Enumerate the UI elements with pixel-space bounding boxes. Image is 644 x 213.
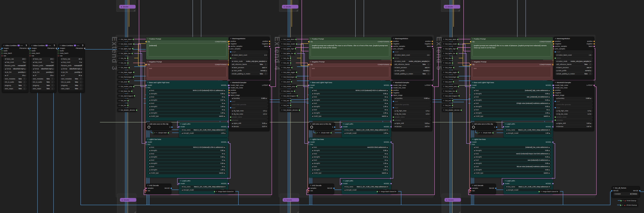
decrement-arrow-icon[interactable]: ◀ <box>312 96 313 98</box>
input-port-dot[interactable] <box>503 126 504 127</box>
node-menu-icon[interactable]: ≡ <box>119 76 120 78</box>
widget-filename_prefix[interactable]: filename_prefixAnimateDiff <box>4 64 27 67</box>
decrement-arrow-icon[interactable]: ◀ <box>232 54 233 56</box>
node-menu-icon[interactable]: ≡ <box>443 67 444 68</box>
lora-widget-lora3[interactable]: ◀lora3wan-[redacted]-v3.safetensors▶ <box>472 159 551 161</box>
output-port-dot[interactable] <box>296 77 297 78</box>
node-menu-icon[interactable]: ≡ <box>119 100 120 102</box>
decrement-arrow-icon[interactable]: ◀ <box>232 123 233 124</box>
increment-arrow-icon[interactable]: ▶ <box>25 68 26 70</box>
widget-sigma_shift[interactable]: ◀sigma_shift5.00▶ <box>393 122 431 125</box>
load-lora-high-node[interactable]: ≡Load LoRAmodelMODEL◀lora_nameWan2.2_I2V… <box>179 122 228 138</box>
input-port-dot[interactable] <box>391 46 392 47</box>
widget-format[interactable]: ◀formatvideo/h264-mp4▶ <box>4 67 27 70</box>
widget-latent_precision[interactable]: ◀latent_precisionauto▶ <box>555 66 592 69</box>
node-menu-icon[interactable]: ≡ <box>443 81 444 83</box>
node-menu-icon[interactable]: ≡ <box>555 82 556 83</box>
decrement-arrow-icon[interactable]: ◀ <box>312 172 313 174</box>
converted-input-dot[interactable] <box>554 107 556 108</box>
input-port-dot[interactable] <box>30 50 31 52</box>
getter-node-get_lightx_high[interactable]: ≡Get_lightx_high <box>442 47 457 51</box>
input-port-dot[interactable] <box>611 190 612 191</box>
output-port-dot[interactable] <box>294 53 296 54</box>
output-port-dot[interactable] <box>594 46 595 47</box>
getter-node-get_hx2[interactable]: ≡Get_hx2 <box>442 103 452 107</box>
lora-widget-lora1[interactable]: ◀lora1[redacted]_low_noise.safetensors▶ <box>472 146 551 149</box>
node-menu-icon[interactable]: ≡ <box>505 180 506 182</box>
decrement-arrow-icon[interactable]: ◀ <box>149 100 150 101</box>
high-loras-node[interactable]: ≡Base and LightX high lorasmodelMODELlor… <box>146 81 228 121</box>
increment-arrow-icon[interactable]: ▶ <box>428 98 430 99</box>
node-menu-icon[interactable]: ≡ <box>472 82 473 83</box>
getter-node-get_frames2gen[interactable]: ≡Get_frames2gen <box>280 75 296 79</box>
output-port-dot[interactable] <box>84 48 85 49</box>
increment-arrow-icon[interactable]: ▶ <box>590 126 591 127</box>
decrement-arrow-icon[interactable]: ◀ <box>394 126 396 127</box>
widget-sigma_shift[interactable]: ◀sigma_shift5.00▶ <box>230 122 268 125</box>
node-menu-icon[interactable]: ≡ <box>282 62 282 64</box>
positive-prompt-node[interactable]: ≡Positive PromptclipCONDITIONING[redacte… <box>146 37 228 60</box>
decrement-arrow-icon[interactable]: ◀ <box>149 150 150 151</box>
decrement-arrow-icon[interactable]: ◀ <box>149 103 150 104</box>
input-port-dot[interactable] <box>58 48 59 49</box>
lora-widget-strength2[interactable]: ◀strength20.98▶ <box>148 155 226 158</box>
getter-node-get_base_low[interactable]: ≡Get_base_low <box>442 89 456 93</box>
increment-arrow-icon[interactable]: ▶ <box>266 54 267 56</box>
lora-widget-lora2[interactable]: ◀lora2no▶ <box>148 152 226 155</box>
lora-widget-strength3[interactable]: ◀strength30.65▶ <box>472 162 551 165</box>
widget-vram_profile[interactable]: ◀vram_profilenormal▶ <box>555 69 592 72</box>
decrement-arrow-icon[interactable]: ◀ <box>61 68 62 70</box>
output-port-dot[interactable] <box>496 126 497 128</box>
lora-input-dot[interactable] <box>146 144 147 145</box>
getter-node-get_vae[interactable]: ≡Get_vae <box>280 61 291 65</box>
node-menu-icon[interactable]: ≡ <box>282 38 282 40</box>
increment-arrow-icon[interactable]: ▶ <box>549 100 550 101</box>
output-port-dot[interactable] <box>495 188 496 189</box>
getter-node-get_lightx_high[interactable]: ≡Get_lightx_high <box>280 47 296 51</box>
node-menu-icon[interactable]: ≡ <box>60 45 61 47</box>
lora-widget-strength2[interactable]: ◀strength20.20▶ <box>472 99 551 102</box>
widget-boundary[interactable]: ◀boundary0.900▶ <box>555 97 592 100</box>
input-port-dot[interactable] <box>30 48 31 49</box>
getter-node-get_detailer_denoise[interactable]: ≡Get_detailer_denoise <box>117 108 137 112</box>
widget-cfg_low_noise[interactable]: ◀cfg_low_noise1.0▶ <box>393 113 431 115</box>
input-port-dot[interactable] <box>553 85 554 86</box>
decrement-arrow-icon[interactable]: ◀ <box>149 156 150 158</box>
decrement-arrow-icon[interactable]: ◀ <box>312 103 313 104</box>
decrement-arrow-icon[interactable]: ◀ <box>474 106 475 107</box>
lora-widget-strength4[interactable]: ◀strength41.00▶ <box>148 111 226 114</box>
decrement-arrow-icon[interactable]: ◀ <box>5 75 6 76</box>
converted-input-dot[interactable] <box>554 58 556 59</box>
input-port-dot[interactable] <box>470 64 471 65</box>
node-menu-icon[interactable]: ≡ <box>282 100 282 102</box>
node-menu-icon[interactable]: ≡ <box>472 138 473 140</box>
widget-lora-name[interactable]: ◀lora_nameWan2.2_I2V_A14B_HIGH_4step.saf… <box>180 128 227 131</box>
lora-widget-lora4[interactable]: ◀lora456Low noise-[redacted] Aesthetics.… <box>472 165 551 168</box>
lora-widget-model_type[interactable]: ◀model_typewan2x▶ <box>311 171 389 174</box>
increment-arrow-icon[interactable]: ▶ <box>224 112 225 114</box>
lora-widget-strength2[interactable]: ◀strength20.20▶ <box>472 155 551 158</box>
lora-widget-lora1[interactable]: ◀lora1WAN-2.2-I2V-[redacted]-LOW-v1.safe… <box>148 146 226 149</box>
output-port-dot[interactable] <box>390 183 392 184</box>
increment-arrow-icon[interactable]: ▶ <box>549 90 550 91</box>
input-port-dot[interactable] <box>2 53 3 54</box>
toggle-knob[interactable] <box>264 73 267 75</box>
input-port-dot[interactable] <box>58 53 59 54</box>
widget-boundary[interactable]: ◀boundary0.900▶ <box>230 97 268 100</box>
getter-node-get_start.imagex2[interactable]: ≡Get_start.imagex2 <box>117 94 134 98</box>
increment-arrow-icon[interactable]: ▶ <box>590 54 591 56</box>
widget-length[interactable]: length <box>555 51 592 53</box>
node-menu-icon[interactable]: ≡ <box>505 123 506 125</box>
increment-arrow-icon[interactable]: ▶ <box>266 113 267 115</box>
lora-widget-lora3[interactable]: ◀lora3no▶ <box>311 159 389 161</box>
output-port-dot[interactable] <box>269 43 270 45</box>
node-menu-icon[interactable]: ≡ <box>622 200 624 201</box>
widget-steps[interactable]: steps <box>230 106 268 109</box>
input-port-dot[interactable] <box>228 41 230 42</box>
getter-node-get_start.imagex2[interactable]: ≡Get_start.imagex2 <box>280 94 297 98</box>
input-port-dot[interactable] <box>553 41 554 42</box>
output-port-dot[interactable] <box>458 86 459 87</box>
converted-input-dot[interactable] <box>230 116 231 118</box>
input-port-dot[interactable] <box>2 50 3 52</box>
increment-arrow-icon[interactable]: ▶ <box>224 169 225 170</box>
